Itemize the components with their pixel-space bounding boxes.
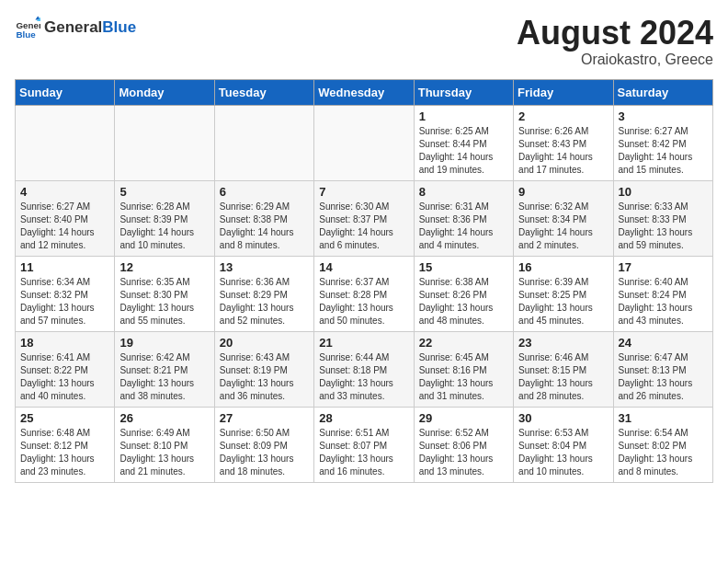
calendar-week-row: 18Sunrise: 6:41 AM Sunset: 8:22 PM Dayli… [16,331,713,407]
page-header: General Blue GeneralBlue August 2024 Ora… [15,15,713,68]
calendar-cell: 9Sunrise: 6:32 AM Sunset: 8:34 PM Daylig… [514,180,613,256]
calendar-cell: 30Sunrise: 6:53 AM Sunset: 8:04 PM Dayli… [514,407,613,482]
logo: General Blue GeneralBlue [15,15,136,40]
calendar-cell: 25Sunrise: 6:48 AM Sunset: 8:12 PM Dayli… [16,407,115,482]
calendar-cell: 21Sunrise: 6:44 AM Sunset: 8:18 PM Dayli… [314,331,414,407]
day-number: 28 [319,411,408,425]
calendar-cell [16,105,115,180]
calendar-cell: 15Sunrise: 6:38 AM Sunset: 8:26 PM Dayli… [414,256,513,331]
day-info: Sunrise: 6:40 AM Sunset: 8:24 PM Dayligh… [619,276,708,327]
day-number: 18 [20,336,109,350]
calendar-cell: 28Sunrise: 6:51 AM Sunset: 8:07 PM Dayli… [314,407,414,482]
calendar-cell: 10Sunrise: 6:33 AM Sunset: 8:33 PM Dayli… [613,180,712,256]
day-info: Sunrise: 6:47 AM Sunset: 8:13 PM Dayligh… [619,351,708,403]
weekday-header-friday: Friday [514,79,613,105]
day-number: 29 [419,411,508,425]
calendar-week-row: 4Sunrise: 6:27 AM Sunset: 8:40 PM Daylig… [16,180,713,256]
logo-icon: General Blue [15,15,40,40]
calendar-table: SundayMondayTuesdayWednesdayThursdayFrid… [15,79,713,483]
calendar-cell: 8Sunrise: 6:31 AM Sunset: 8:36 PM Daylig… [414,180,513,256]
day-number: 1 [419,109,508,123]
calendar-cell: 5Sunrise: 6:28 AM Sunset: 8:39 PM Daylig… [115,180,214,256]
day-number: 7 [319,185,408,199]
day-number: 17 [619,260,708,274]
day-number: 11 [20,260,109,274]
day-info: Sunrise: 6:37 AM Sunset: 8:28 PM Dayligh… [319,276,408,327]
calendar-cell: 17Sunrise: 6:40 AM Sunset: 8:24 PM Dayli… [613,256,712,331]
location-subtitle: Oraiokastro, Greece [517,52,713,68]
day-number: 3 [619,109,708,123]
day-info: Sunrise: 6:26 AM Sunset: 8:43 PM Dayligh… [518,125,608,177]
day-number: 6 [220,185,309,199]
day-info: Sunrise: 6:32 AM Sunset: 8:34 PM Dayligh… [518,201,608,252]
day-info: Sunrise: 6:31 AM Sunset: 8:36 PM Dayligh… [419,201,508,252]
calendar-cell: 6Sunrise: 6:29 AM Sunset: 8:38 PM Daylig… [214,180,313,256]
day-number: 13 [220,260,309,274]
weekday-header-tuesday: Tuesday [214,79,313,105]
weekday-header-saturday: Saturday [613,79,712,105]
day-info: Sunrise: 6:39 AM Sunset: 8:25 PM Dayligh… [518,276,608,327]
day-info: Sunrise: 6:33 AM Sunset: 8:33 PM Dayligh… [619,201,708,252]
calendar-header-row: SundayMondayTuesdayWednesdayThursdayFrid… [16,79,713,105]
calendar-cell: 31Sunrise: 6:54 AM Sunset: 8:02 PM Dayli… [613,407,712,482]
day-number: 15 [419,260,508,274]
day-number: 25 [20,411,109,425]
logo-blue-text: Blue [102,18,136,36]
calendar-week-row: 1Sunrise: 6:25 AM Sunset: 8:44 PM Daylig… [16,105,713,180]
calendar-cell [314,105,414,180]
calendar-cell: 24Sunrise: 6:47 AM Sunset: 8:13 PM Dayli… [613,331,712,407]
calendar-week-row: 11Sunrise: 6:34 AM Sunset: 8:32 PM Dayli… [16,256,713,331]
weekday-header-thursday: Thursday [414,79,513,105]
calendar-cell: 3Sunrise: 6:27 AM Sunset: 8:42 PM Daylig… [613,105,712,180]
calendar-cell: 26Sunrise: 6:49 AM Sunset: 8:10 PM Dayli… [115,407,214,482]
day-info: Sunrise: 6:28 AM Sunset: 8:39 PM Dayligh… [119,201,209,252]
day-number: 10 [619,185,708,199]
day-number: 5 [119,185,209,199]
day-info: Sunrise: 6:36 AM Sunset: 8:29 PM Dayligh… [220,276,309,327]
calendar-week-row: 25Sunrise: 6:48 AM Sunset: 8:12 PM Dayli… [16,407,713,482]
day-info: Sunrise: 6:54 AM Sunset: 8:02 PM Dayligh… [619,427,708,478]
calendar-cell: 14Sunrise: 6:37 AM Sunset: 8:28 PM Dayli… [314,256,414,331]
day-number: 16 [518,260,608,274]
day-info: Sunrise: 6:53 AM Sunset: 8:04 PM Dayligh… [518,427,608,478]
calendar-cell: 13Sunrise: 6:36 AM Sunset: 8:29 PM Dayli… [214,256,313,331]
logo-general-text: General [44,18,102,36]
day-number: 26 [119,411,209,425]
day-info: Sunrise: 6:51 AM Sunset: 8:07 PM Dayligh… [319,427,408,478]
day-info: Sunrise: 6:43 AM Sunset: 8:19 PM Dayligh… [220,351,309,403]
day-info: Sunrise: 6:34 AM Sunset: 8:32 PM Dayligh… [20,276,109,327]
day-number: 21 [319,336,408,350]
day-number: 30 [518,411,608,425]
day-number: 20 [220,336,309,350]
calendar-cell: 11Sunrise: 6:34 AM Sunset: 8:32 PM Dayli… [16,256,115,331]
calendar-cell: 1Sunrise: 6:25 AM Sunset: 8:44 PM Daylig… [414,105,513,180]
day-info: Sunrise: 6:35 AM Sunset: 8:30 PM Dayligh… [119,276,209,327]
day-info: Sunrise: 6:52 AM Sunset: 8:06 PM Dayligh… [419,427,508,478]
day-number: 22 [419,336,508,350]
day-number: 4 [20,185,109,199]
day-info: Sunrise: 6:30 AM Sunset: 8:37 PM Dayligh… [319,201,408,252]
day-number: 23 [518,336,608,350]
calendar-cell: 20Sunrise: 6:43 AM Sunset: 8:19 PM Dayli… [214,331,313,407]
day-number: 19 [119,336,209,350]
day-info: Sunrise: 6:25 AM Sunset: 8:44 PM Dayligh… [419,125,508,177]
calendar-cell: 16Sunrise: 6:39 AM Sunset: 8:25 PM Dayli… [514,256,613,331]
day-number: 24 [619,336,708,350]
day-info: Sunrise: 6:49 AM Sunset: 8:10 PM Dayligh… [119,427,209,478]
day-info: Sunrise: 6:42 AM Sunset: 8:21 PM Dayligh… [119,351,209,403]
day-info: Sunrise: 6:38 AM Sunset: 8:26 PM Dayligh… [419,276,508,327]
day-info: Sunrise: 6:48 AM Sunset: 8:12 PM Dayligh… [20,427,109,478]
calendar-cell [115,105,214,180]
day-info: Sunrise: 6:46 AM Sunset: 8:15 PM Dayligh… [518,351,608,403]
day-number: 27 [220,411,309,425]
day-info: Sunrise: 6:27 AM Sunset: 8:40 PM Dayligh… [20,201,109,252]
day-number: 14 [319,260,408,274]
day-info: Sunrise: 6:41 AM Sunset: 8:22 PM Dayligh… [20,351,109,403]
svg-text:Blue: Blue [16,29,36,40]
day-number: 12 [119,260,209,274]
day-number: 8 [419,185,508,199]
day-number: 31 [619,411,708,425]
calendar-cell: 19Sunrise: 6:42 AM Sunset: 8:21 PM Dayli… [115,331,214,407]
day-info: Sunrise: 6:29 AM Sunset: 8:38 PM Dayligh… [220,201,309,252]
day-info: Sunrise: 6:50 AM Sunset: 8:09 PM Dayligh… [220,427,309,478]
